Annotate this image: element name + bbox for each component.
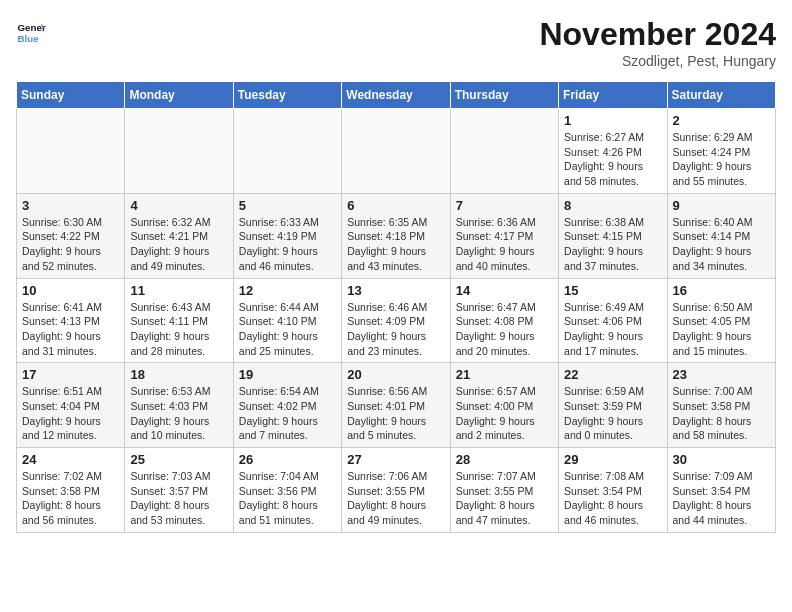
calendar: SundayMondayTuesdayWednesdayThursdayFrid…: [16, 81, 776, 533]
calendar-cell: 27Sunrise: 7:06 AM Sunset: 3:55 PM Dayli…: [342, 448, 450, 533]
calendar-cell: 26Sunrise: 7:04 AM Sunset: 3:56 PM Dayli…: [233, 448, 341, 533]
weekday-header-friday: Friday: [559, 82, 667, 109]
day-info: Sunrise: 6:44 AM Sunset: 4:10 PM Dayligh…: [239, 300, 336, 359]
day-number: 22: [564, 367, 661, 382]
title-area: November 2024 Szodliget, Pest, Hungary: [539, 16, 776, 69]
day-info: Sunrise: 7:07 AM Sunset: 3:55 PM Dayligh…: [456, 469, 553, 528]
day-number: 26: [239, 452, 336, 467]
day-number: 13: [347, 283, 444, 298]
calendar-cell: 14Sunrise: 6:47 AM Sunset: 4:08 PM Dayli…: [450, 278, 558, 363]
calendar-cell: 2Sunrise: 6:29 AM Sunset: 4:24 PM Daylig…: [667, 109, 775, 194]
day-info: Sunrise: 7:03 AM Sunset: 3:57 PM Dayligh…: [130, 469, 227, 528]
weekday-header-row: SundayMondayTuesdayWednesdayThursdayFrid…: [17, 82, 776, 109]
day-number: 1: [564, 113, 661, 128]
day-info: Sunrise: 7:06 AM Sunset: 3:55 PM Dayligh…: [347, 469, 444, 528]
calendar-cell: 8Sunrise: 6:38 AM Sunset: 4:15 PM Daylig…: [559, 193, 667, 278]
day-number: 25: [130, 452, 227, 467]
day-number: 11: [130, 283, 227, 298]
calendar-cell: [125, 109, 233, 194]
calendar-cell: 30Sunrise: 7:09 AM Sunset: 3:54 PM Dayli…: [667, 448, 775, 533]
day-info: Sunrise: 6:54 AM Sunset: 4:02 PM Dayligh…: [239, 384, 336, 443]
calendar-cell: 28Sunrise: 7:07 AM Sunset: 3:55 PM Dayli…: [450, 448, 558, 533]
calendar-cell: 16Sunrise: 6:50 AM Sunset: 4:05 PM Dayli…: [667, 278, 775, 363]
day-info: Sunrise: 6:30 AM Sunset: 4:22 PM Dayligh…: [22, 215, 119, 274]
day-number: 17: [22, 367, 119, 382]
day-info: Sunrise: 6:35 AM Sunset: 4:18 PM Dayligh…: [347, 215, 444, 274]
day-info: Sunrise: 6:47 AM Sunset: 4:08 PM Dayligh…: [456, 300, 553, 359]
day-number: 5: [239, 198, 336, 213]
calendar-cell: 23Sunrise: 7:00 AM Sunset: 3:58 PM Dayli…: [667, 363, 775, 448]
day-info: Sunrise: 6:29 AM Sunset: 4:24 PM Dayligh…: [673, 130, 770, 189]
calendar-cell: 11Sunrise: 6:43 AM Sunset: 4:11 PM Dayli…: [125, 278, 233, 363]
day-number: 16: [673, 283, 770, 298]
day-number: 4: [130, 198, 227, 213]
month-title: November 2024: [539, 16, 776, 53]
day-info: Sunrise: 6:57 AM Sunset: 4:00 PM Dayligh…: [456, 384, 553, 443]
day-info: Sunrise: 6:53 AM Sunset: 4:03 PM Dayligh…: [130, 384, 227, 443]
day-number: 20: [347, 367, 444, 382]
calendar-cell: 5Sunrise: 6:33 AM Sunset: 4:19 PM Daylig…: [233, 193, 341, 278]
calendar-cell: [233, 109, 341, 194]
day-info: Sunrise: 6:59 AM Sunset: 3:59 PM Dayligh…: [564, 384, 661, 443]
weekday-header-saturday: Saturday: [667, 82, 775, 109]
day-info: Sunrise: 6:41 AM Sunset: 4:13 PM Dayligh…: [22, 300, 119, 359]
day-info: Sunrise: 6:38 AM Sunset: 4:15 PM Dayligh…: [564, 215, 661, 274]
calendar-cell: 18Sunrise: 6:53 AM Sunset: 4:03 PM Dayli…: [125, 363, 233, 448]
week-row-3: 10Sunrise: 6:41 AM Sunset: 4:13 PM Dayli…: [17, 278, 776, 363]
day-info: Sunrise: 7:09 AM Sunset: 3:54 PM Dayligh…: [673, 469, 770, 528]
day-info: Sunrise: 6:32 AM Sunset: 4:21 PM Dayligh…: [130, 215, 227, 274]
day-number: 6: [347, 198, 444, 213]
day-number: 3: [22, 198, 119, 213]
day-number: 9: [673, 198, 770, 213]
day-number: 7: [456, 198, 553, 213]
calendar-cell: [450, 109, 558, 194]
calendar-cell: 19Sunrise: 6:54 AM Sunset: 4:02 PM Dayli…: [233, 363, 341, 448]
weekday-header-sunday: Sunday: [17, 82, 125, 109]
day-number: 28: [456, 452, 553, 467]
calendar-cell: [17, 109, 125, 194]
day-info: Sunrise: 7:04 AM Sunset: 3:56 PM Dayligh…: [239, 469, 336, 528]
calendar-cell: 10Sunrise: 6:41 AM Sunset: 4:13 PM Dayli…: [17, 278, 125, 363]
day-number: 27: [347, 452, 444, 467]
location-subtitle: Szodliget, Pest, Hungary: [539, 53, 776, 69]
day-number: 30: [673, 452, 770, 467]
calendar-cell: 29Sunrise: 7:08 AM Sunset: 3:54 PM Dayli…: [559, 448, 667, 533]
day-info: Sunrise: 6:49 AM Sunset: 4:06 PM Dayligh…: [564, 300, 661, 359]
calendar-cell: 4Sunrise: 6:32 AM Sunset: 4:21 PM Daylig…: [125, 193, 233, 278]
calendar-cell: 15Sunrise: 6:49 AM Sunset: 4:06 PM Dayli…: [559, 278, 667, 363]
day-number: 23: [673, 367, 770, 382]
calendar-cell: 22Sunrise: 6:59 AM Sunset: 3:59 PM Dayli…: [559, 363, 667, 448]
week-row-5: 24Sunrise: 7:02 AM Sunset: 3:58 PM Dayli…: [17, 448, 776, 533]
calendar-body: 1Sunrise: 6:27 AM Sunset: 4:26 PM Daylig…: [17, 109, 776, 533]
day-info: Sunrise: 6:33 AM Sunset: 4:19 PM Dayligh…: [239, 215, 336, 274]
day-number: 29: [564, 452, 661, 467]
day-number: 8: [564, 198, 661, 213]
week-row-1: 1Sunrise: 6:27 AM Sunset: 4:26 PM Daylig…: [17, 109, 776, 194]
day-info: Sunrise: 7:00 AM Sunset: 3:58 PM Dayligh…: [673, 384, 770, 443]
weekday-header-thursday: Thursday: [450, 82, 558, 109]
header: General Blue November 2024 Szodliget, Pe…: [16, 16, 776, 69]
day-info: Sunrise: 6:51 AM Sunset: 4:04 PM Dayligh…: [22, 384, 119, 443]
logo: General Blue: [16, 16, 46, 46]
day-info: Sunrise: 6:46 AM Sunset: 4:09 PM Dayligh…: [347, 300, 444, 359]
weekday-header-monday: Monday: [125, 82, 233, 109]
day-info: Sunrise: 7:02 AM Sunset: 3:58 PM Dayligh…: [22, 469, 119, 528]
day-info: Sunrise: 6:56 AM Sunset: 4:01 PM Dayligh…: [347, 384, 444, 443]
weekday-header-wednesday: Wednesday: [342, 82, 450, 109]
svg-text:Blue: Blue: [18, 33, 40, 44]
calendar-cell: 21Sunrise: 6:57 AM Sunset: 4:00 PM Dayli…: [450, 363, 558, 448]
day-number: 24: [22, 452, 119, 467]
calendar-cell: 17Sunrise: 6:51 AM Sunset: 4:04 PM Dayli…: [17, 363, 125, 448]
day-number: 19: [239, 367, 336, 382]
calendar-cell: [342, 109, 450, 194]
calendar-cell: 12Sunrise: 6:44 AM Sunset: 4:10 PM Dayli…: [233, 278, 341, 363]
day-number: 15: [564, 283, 661, 298]
calendar-cell: 24Sunrise: 7:02 AM Sunset: 3:58 PM Dayli…: [17, 448, 125, 533]
day-info: Sunrise: 6:36 AM Sunset: 4:17 PM Dayligh…: [456, 215, 553, 274]
calendar-cell: 9Sunrise: 6:40 AM Sunset: 4:14 PM Daylig…: [667, 193, 775, 278]
calendar-cell: 25Sunrise: 7:03 AM Sunset: 3:57 PM Dayli…: [125, 448, 233, 533]
day-info: Sunrise: 6:40 AM Sunset: 4:14 PM Dayligh…: [673, 215, 770, 274]
day-info: Sunrise: 7:08 AM Sunset: 3:54 PM Dayligh…: [564, 469, 661, 528]
day-info: Sunrise: 6:50 AM Sunset: 4:05 PM Dayligh…: [673, 300, 770, 359]
calendar-cell: 7Sunrise: 6:36 AM Sunset: 4:17 PM Daylig…: [450, 193, 558, 278]
